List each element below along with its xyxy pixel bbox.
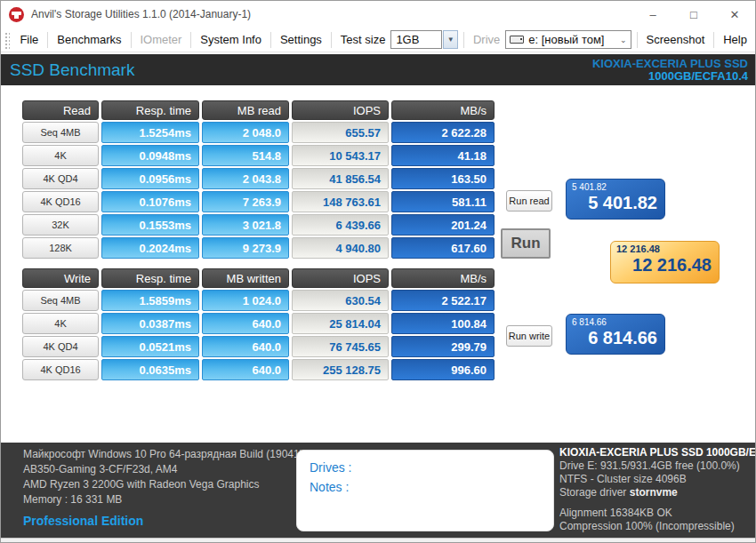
maximize-button[interactable]: □ [673,1,714,28]
iops-cell: 6 439.66 [292,214,389,236]
row-label-button[interactable]: 32K [22,214,99,236]
resp-time-cell: 0.0956ms [101,168,199,189]
mb-cell: 3 021.8 [202,214,289,236]
total-score-box: 12 216.48 12 216.48 [610,241,720,283]
resp-time-cell: 0.1076ms [101,191,199,212]
bottom-strip [1,538,755,543]
write-score-box: 6 814.66 6 814.66 [566,314,665,355]
table-row: 4K QD40.0521ms640.076 745.65299.79 [22,336,495,357]
main-content: ReadResp. timeMB readIOPSMB/sSeq 4MB1.52… [1,85,755,443]
iops-cell: 41 856.54 [292,168,389,189]
menu-screenshot[interactable]: Screenshot [639,30,713,50]
device-name: KIOXIA-EXCERIA PLUS SSD 1000GB/ECFA10.4 [592,58,748,83]
iops-cell: 148 763.61 [292,191,389,212]
page-title: SSD Benchmark [10,60,134,80]
table-row: 4K QD160.0635ms640.0255 128.75996.60 [22,359,495,380]
row-label-button[interactable]: Seq 4MB [22,122,99,143]
drive-select[interactable]: e: [новый том] ⌄ [505,30,631,49]
menu-separator [190,32,191,48]
row-label-button[interactable]: 128K [22,237,99,259]
menu-iometer: IOmeter [132,30,189,50]
mb-cell: 9 273.9 [202,237,289,259]
menu-separator [131,32,132,48]
row-label-button[interactable]: Seq 4MB [22,290,99,311]
mbs-cell: 163.50 [391,168,495,189]
menu-settings[interactable]: Settings [272,30,330,50]
storage-driver-value: stornvme [630,486,678,499]
run-write-button[interactable]: Run write [506,325,552,347]
drive-icon [510,36,524,44]
table-header-row: ReadResp. timeMB readIOPSMB/s [22,100,495,120]
column-header: MB read [202,100,289,120]
table-row: 128K0.2024ms9 273.94 940.80617.60 [22,237,495,259]
column-header: MB written [202,268,289,288]
row-label-button[interactable]: 4K QD16 [22,359,99,380]
iops-cell: 4 940.80 [292,237,389,259]
drive-free-space: Drive E: 931.5/931.4GB free (100.0%) [559,459,756,473]
os-info: Майкрософт Windows 10 Pro 64-разрядная B… [23,447,303,462]
resp-time-cell: 1.5254ms [101,122,199,143]
menu-file[interactable]: File [12,30,46,50]
notes-label: Notes : [310,477,541,497]
mb-cell: 640.0 [202,359,289,380]
mbs-cell: 2 522.17 [391,290,495,311]
drive-info-title: KIOXIA-EXCERIA PLUS SSD 1000GB/ECF [559,446,756,459]
row-label-button[interactable]: 4K [22,145,99,166]
read-results-table: ReadResp. timeMB readIOPSMB/sSeq 4MB1.52… [22,100,495,260]
menu-separator [331,32,332,48]
table-header-row: WriteResp. timeMB writtenIOPSMB/s [22,268,495,288]
storage-driver-line: Storage driver stornvme [559,486,756,499]
menu-help[interactable]: Help [715,30,755,50]
device-name-line2: 1000GB/ECFA10.4 [592,70,748,83]
edition-link[interactable]: Professional Edition [23,514,303,529]
row-label-button[interactable]: 4K QD16 [22,191,99,212]
write-results-table: WriteResp. timeMB writtenIOPSMB/sSeq 4MB… [22,268,495,382]
run-read-button[interactable]: Run read [506,190,552,212]
compression-info: Compression 100% (Incompressible) [559,520,756,533]
test-size-dropdown-button[interactable]: ▼ [443,30,458,49]
menu-system-info[interactable]: System Info [192,30,269,50]
mbs-cell: 100.84 [391,313,495,334]
memory-info: Memory : 16 331 MB [23,492,303,507]
close-button[interactable]: ✕ [714,1,755,28]
test-size-input[interactable]: 1GB [390,30,442,49]
menu-separator [713,32,714,48]
window-title: Anvil's Storage Utilities 1.1.0 (2014-Ja… [31,8,251,20]
total-score-small: 12 216.48 [616,244,712,254]
column-header: Write [22,268,99,288]
menu-separator [463,32,464,48]
row-label-button[interactable]: 4K QD4 [22,336,99,357]
test-size-label: Test size [333,33,391,46]
iops-cell: 10 543.17 [292,145,389,166]
minimize-button[interactable]: – [632,1,673,28]
iops-cell: 630.54 [292,290,389,311]
mbs-cell: 41.18 [391,145,495,166]
app-icon [9,7,24,22]
benchmark-header: SSD Benchmark KIOXIA-EXCERIA PLUS SSD 10… [1,54,755,85]
resp-time-cell: 0.0635ms [101,359,199,380]
menu-separator [270,32,271,48]
resp-time-cell: 0.2024ms [101,237,199,259]
device-name-line1: KIOXIA-EXCERIA PLUS SSD [592,58,748,70]
notes-panel[interactable]: Drives : Notes : [296,450,554,531]
column-header: Resp. time [101,100,199,120]
table-row: 32K0.1553ms3 021.86 439.66201.24 [22,214,495,236]
status-footer: Майкрософт Windows 10 Pro 64-разрядная B… [1,443,755,538]
cpu-info: AMD Ryzen 3 2200G with Radeon Vega Graph… [23,477,303,492]
row-label-button[interactable]: 4K [22,313,99,334]
spacer [559,499,756,507]
mbs-cell: 299.79 [391,336,495,357]
mbs-cell: 996.60 [391,359,495,380]
row-label-button[interactable]: 4K QD4 [22,168,99,189]
mb-cell: 2 043.8 [202,168,289,189]
menu-benchmarks[interactable]: Benchmarks [49,30,129,50]
iops-cell: 76 745.65 [292,336,389,357]
total-score-value: 12 216.48 [616,254,712,275]
run-button[interactable]: Run [501,228,551,259]
mbs-cell: 617.60 [391,237,495,259]
iops-cell: 25 814.04 [292,313,389,334]
read-score-value: 5 401.82 [572,192,657,213]
table-row: 4K0.0948ms514.810 543.1741.18 [22,145,495,166]
mb-cell: 2 048.0 [202,122,289,143]
mb-cell: 1 024.0 [202,290,289,311]
